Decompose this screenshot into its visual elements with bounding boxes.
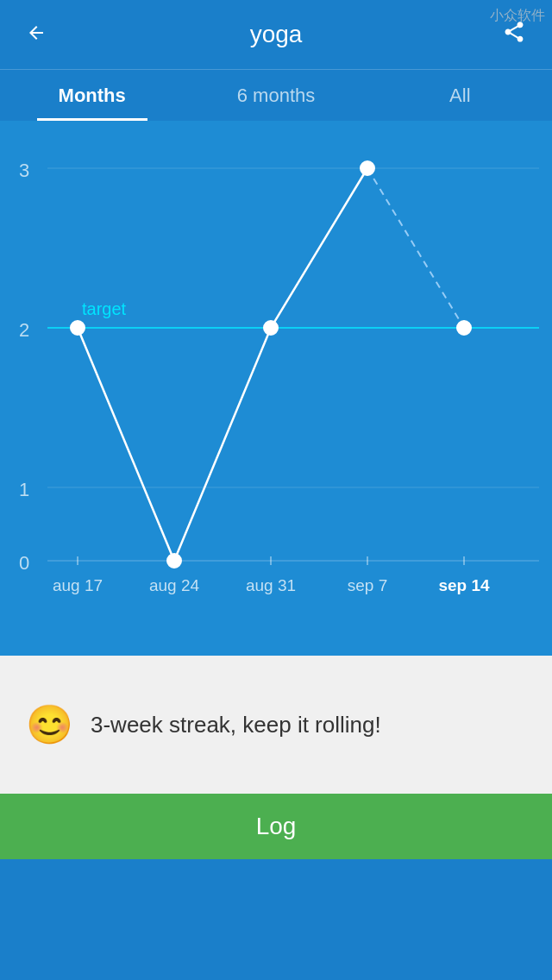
y-label-3: 3	[19, 160, 29, 181]
data-point-aug31	[264, 321, 278, 335]
streak-text: 3-week streak, keep it rolling!	[91, 712, 381, 738]
data-point-aug24	[167, 554, 181, 568]
log-button-label: Log	[256, 813, 297, 840]
tabs-bar: Months 6 months All	[0, 69, 552, 121]
data-point-sep7	[361, 161, 374, 175]
watermark: 小众软件	[490, 7, 545, 25]
y-label-1: 1	[19, 479, 29, 500]
info-area: 😊 3-week streak, keep it rolling!	[0, 656, 552, 794]
y-label-0: 0	[19, 552, 29, 574]
streak-icon: 😊	[26, 702, 73, 747]
x-label-aug31: aug 31	[246, 576, 296, 594]
y-label-2: 2	[19, 319, 29, 341]
chart-line-solid	[78, 168, 367, 561]
page-title: yoga	[250, 21, 303, 48]
line-chart: 3 2 1 0 target aug 17 aug 24 aug 31 sep …	[0, 121, 552, 656]
back-button[interactable]	[17, 11, 55, 58]
log-button[interactable]: Log	[0, 794, 552, 859]
tab-months[interactable]: Months	[0, 70, 184, 121]
chart-area: 3 2 1 0 target aug 17 aug 24 aug 31 sep …	[0, 121, 552, 656]
data-point-aug17	[71, 321, 85, 335]
header: yoga	[0, 0, 552, 69]
tab-all[interactable]: All	[368, 70, 552, 121]
data-point-sep14	[457, 321, 471, 335]
target-label: target	[82, 299, 127, 318]
x-label-sep7: sep 7	[348, 576, 387, 594]
x-label-sep14: sep 14	[438, 576, 490, 594]
x-label-aug24: aug 24	[149, 576, 200, 594]
tab-6months[interactable]: 6 months	[184, 70, 367, 121]
chart-line-dashed	[367, 168, 464, 328]
x-label-aug17: aug 17	[53, 576, 103, 594]
